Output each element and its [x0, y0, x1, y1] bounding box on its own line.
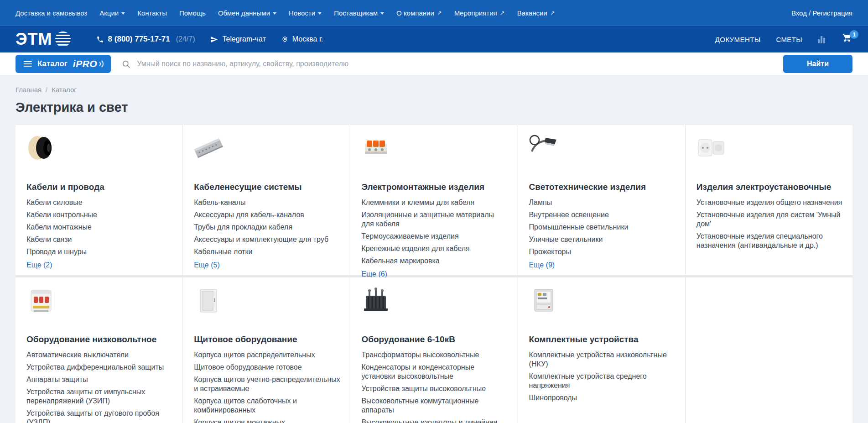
telegram-label: Telegram-чат	[222, 35, 265, 43]
top-nav-item[interactable]: Помощь	[179, 9, 206, 17]
chevron-down-icon	[273, 12, 276, 15]
category-link[interactable]: Кабель-каналы	[194, 198, 341, 207]
category-title-link[interactable]: Электромонтажные изделия	[361, 182, 508, 193]
category-link[interactable]: Установочные изделия специального назнач…	[696, 232, 843, 250]
category-card: Оборудование низковольтноеАвтоматические…	[16, 277, 182, 423]
category-title-link[interactable]: Щитовое оборудование	[194, 334, 341, 345]
category-link[interactable]: Термоусаживаемые изделия	[361, 232, 508, 241]
city-selector[interactable]: Москва г.	[281, 35, 323, 43]
top-nav-item[interactable]: Вакансии↗	[517, 9, 555, 17]
phone-link[interactable]: 8 (800) 775-17-71 (24/7)	[96, 35, 195, 44]
top-nav-item[interactable]: Обмен данными	[218, 9, 276, 17]
external-link-icon: ↗	[500, 10, 505, 16]
category-link[interactable]: Корпуса щитов монтажных	[194, 418, 341, 423]
category-link[interactable]: Высоковольтные изоляторы и линейная арма…	[361, 418, 508, 423]
transformer-image	[361, 286, 508, 315]
top-nav-item[interactable]: Доставка и самовывоз	[16, 9, 87, 17]
category-link[interactable]: Щитовое оборудование готовое	[194, 363, 341, 372]
category-link[interactable]: Внутреннее освещение	[529, 210, 676, 219]
category-link[interactable]: Корпуса щитов слаботочных и комбинирован…	[194, 397, 341, 415]
category-link[interactable]: Устройства защиты высоковольтные	[361, 384, 508, 393]
documents-link[interactable]: ДОКУМЕНТЫ	[715, 36, 761, 43]
category-link[interactable]: Кабельная маркировка	[361, 256, 508, 266]
cart-button[interactable]: 1	[842, 33, 852, 45]
category-link[interactable]: Автоматические выключатели	[26, 350, 173, 360]
category-link[interactable]: Шинопроводы	[529, 393, 676, 402]
category-link[interactable]: Устройства защиты от импульсных перенапр…	[26, 387, 173, 406]
category-link[interactable]: Устройства защиты от дугового пробоя (УЗ…	[26, 409, 173, 423]
category-more-link[interactable]: Еще (2)	[26, 261, 173, 270]
category-links: Трансформаторы высоковольтныеКонденсатор…	[361, 350, 508, 423]
category-link[interactable]: Клеммники и клеммы для кабеля	[361, 198, 508, 207]
category-link[interactable]: Конденсаторы и конденсаторные установки …	[361, 363, 508, 381]
compare-chart-icon[interactable]	[818, 35, 825, 43]
breadcrumb-home[interactable]: Главная	[16, 86, 42, 94]
search-input[interactable]	[137, 60, 772, 68]
category-title-link[interactable]: Изделия электроустановочные	[696, 182, 843, 193]
category-link[interactable]: Комплектные устройства среднего напряжен…	[529, 372, 676, 390]
category-link[interactable]: Кабели силовые	[26, 198, 173, 207]
category-link[interactable]: Провода и шнуры	[26, 247, 173, 256]
category-link[interactable]: Аппараты защиты	[26, 375, 173, 384]
category-link[interactable]: Промышленные светильники	[529, 223, 676, 232]
category-more-link[interactable]: Еще (5)	[194, 261, 341, 270]
category-link[interactable]: Лампы	[529, 198, 676, 207]
login-register-link[interactable]: Вход / Регистрация	[791, 9, 852, 17]
category-link[interactable]: Аксессуары для кабель-каналов	[194, 210, 341, 219]
category-link[interactable]: Кабели связи	[26, 235, 173, 244]
category-link[interactable]: Установочные изделия общего назначения	[696, 198, 843, 207]
estimates-link[interactable]: СМЕТЫ	[776, 36, 802, 43]
category-link[interactable]: Устройства дифференциальной защиты	[26, 363, 173, 372]
category-more-link[interactable]: Еще (9)	[529, 261, 676, 270]
category-title-link[interactable]: Кабели и провода	[26, 182, 173, 193]
category-link[interactable]: Аксессуары и комплектующие для труб	[194, 235, 341, 244]
search-submit-button[interactable]: Найти	[783, 55, 852, 73]
top-nav-item[interactable]: Новости	[289, 9, 322, 17]
category-link[interactable]: Корпуса щитов распределительных	[194, 350, 341, 360]
category-links: Кабели силовыеКабели контрольныеКабели м…	[26, 198, 173, 270]
category-link[interactable]: Прожекторы	[529, 247, 676, 256]
telegram-icon	[210, 36, 218, 43]
category-link[interactable]: Уличные светильники	[529, 235, 676, 244]
category-title-link[interactable]: Оборудование 6-10кВ	[361, 334, 508, 345]
category-card: Светотехнические изделияЛампыВнутреннее …	[518, 125, 685, 275]
category-title-link[interactable]: Оборудование низковольтное	[26, 334, 173, 345]
city-label: Москва г.	[292, 35, 323, 43]
top-nav-item[interactable]: Мероприятия↗	[454, 9, 505, 17]
category-link[interactable]: Установочные изделия для систем 'Умный д…	[696, 210, 843, 229]
top-nav-item[interactable]: Контакты	[137, 9, 167, 17]
category-links: Клеммники и клеммы для кабеляИзоляционны…	[361, 198, 508, 279]
control-cabinet-image	[529, 286, 676, 315]
top-nav-item[interactable]: О компании↗	[396, 9, 442, 17]
catalog-button[interactable]: Каталог iPRO	[16, 55, 111, 73]
category-title-link[interactable]: Светотехнические изделия	[529, 182, 676, 193]
header-actions: ДОКУМЕНТЫ СМЕТЫ 1	[715, 33, 852, 45]
category-link[interactable]: Крепежные изделия для кабеля	[361, 244, 508, 253]
top-nav-item[interactable]: Акции	[99, 9, 125, 17]
cable-reel-image	[26, 133, 173, 162]
category-link[interactable]: Кабели монтажные	[26, 223, 173, 232]
top-nav-item[interactable]: Поставщикам	[334, 9, 384, 17]
street-light-image	[529, 133, 676, 162]
category-link[interactable]: Корпуса щитов учетно-распределительных и…	[194, 375, 341, 393]
empty-grid-cell	[686, 277, 852, 423]
breadcrumb-current[interactable]: Каталог	[52, 86, 77, 94]
category-card: Кабели и проводаКабели силовыеКабели кон…	[16, 125, 182, 275]
category-link[interactable]: Трубы для прокладки кабеля	[194, 223, 341, 232]
category-link[interactable]: Изоляционные и защитные материалы для ка…	[361, 210, 508, 229]
search-icon	[122, 60, 130, 68]
category-card: Изделия электроустановочныеУстановочные …	[686, 125, 852, 275]
chevron-down-icon	[380, 12, 384, 15]
category-link[interactable]: Высоковольтные коммутационные аппараты	[361, 397, 508, 415]
etm-logo[interactable]: ЭТМ	[16, 31, 71, 47]
terminal-clamp-image	[361, 133, 508, 162]
category-title-link[interactable]: Комплектные устройства	[529, 334, 676, 345]
telegram-chat-link[interactable]: Telegram-чат	[210, 35, 265, 43]
category-title-link[interactable]: Кабеленесущие системы	[194, 182, 341, 193]
category-link[interactable]: Комплектные устройства низковольтные (НК…	[529, 350, 676, 369]
page-title: Электрика и свет	[0, 94, 868, 125]
catalog-button-label: Каталог	[37, 59, 68, 68]
category-link[interactable]: Трансформаторы высоковольтные	[361, 350, 508, 360]
category-link[interactable]: Кабели контрольные	[26, 210, 173, 219]
category-link[interactable]: Кабельные лотки	[194, 247, 341, 256]
